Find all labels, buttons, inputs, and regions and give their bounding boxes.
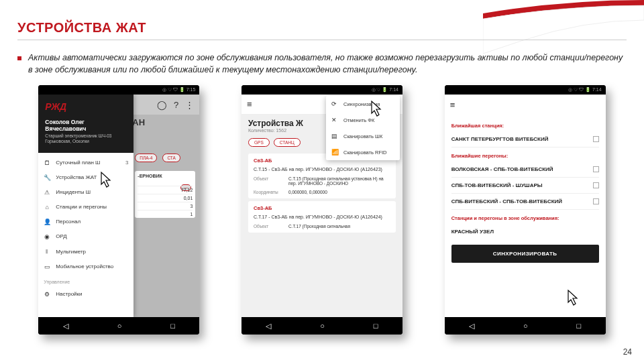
- user-name: Соколов Олег Вячеславович: [45, 119, 127, 132]
- user-role: Старший электромеханик ШЧ-03 Горьковская…: [45, 133, 127, 145]
- android-navbar: ◁○□: [241, 317, 402, 335]
- menu-item[interactable]: ✕Отменить ФК: [326, 112, 400, 128]
- drawer-item-label: Персонал: [56, 219, 80, 225]
- page-description: Активы автоматически загружаются по зоне…: [28, 52, 627, 76]
- android-navbar: ◁○□: [445, 317, 606, 335]
- menu-icon: 👤: [44, 219, 50, 225]
- drawer-item-label: Мультиметр: [56, 249, 86, 255]
- drawer-item-label: Инциденты Ш: [56, 189, 91, 195]
- filter-chip-gps[interactable]: GPS: [248, 138, 270, 147]
- filter-chip[interactable]: ПЛА-4: [135, 154, 157, 162]
- drawer-item[interactable]: 🔧Устройства ЖАТ: [38, 170, 133, 185]
- hamburger-icon[interactable]: ≡: [247, 99, 252, 109]
- menu-icon: ◉: [44, 233, 50, 240]
- phone-mockup-sync-menu: ◎ ♡ 🔋 7:14 ≡ Устройства Ж Количество: 15…: [241, 85, 402, 335]
- overflow-menu: ⟳Синхронизация✕Отменить ФК▤Сканировать Ш…: [326, 96, 400, 160]
- drawer-item[interactable]: ⌂Станции и перегоны: [38, 200, 133, 215]
- drawer-item-label: Устройства ЖАТ: [56, 174, 97, 180]
- station-item[interactable]: ВОЛКОВСКАЯ - СПБ-ТОВ-ВИТЕБСКИЙ: [451, 162, 599, 178]
- menu-icon: ✕: [331, 117, 338, 123]
- section-label: Ближайшая станция:: [451, 123, 599, 129]
- app-toolbar: ≡: [445, 95, 606, 115]
- menu-icon: ⟳: [331, 101, 338, 107]
- bullet-icon: [17, 56, 21, 60]
- cursor-icon: [564, 289, 582, 309]
- menu-item[interactable]: ▤Сканировать ШК: [326, 128, 400, 144]
- drawer-item[interactable]: 🗒Суточный план Ш3: [38, 156, 133, 170]
- task-card: -ЕРНОВИК — 77,12 0,01 3 1: [135, 171, 195, 218]
- brand-logo: РЖД: [45, 101, 127, 112]
- drawer-item[interactable]: ▭Мобильное устройство: [38, 259, 133, 274]
- drawer-item-label: Настройки: [56, 291, 82, 297]
- filter-chip-station[interactable]: СТАНЦ: [274, 138, 301, 147]
- drawer-item-settings[interactable]: ⚙ Настройки: [38, 287, 133, 302]
- drawer-item[interactable]: ⦀Мультиметр: [38, 244, 133, 259]
- drawer-item-label: Суточный план Ш: [56, 160, 100, 166]
- menu-icon: ▭: [44, 263, 50, 270]
- station-item[interactable]: САНКТ ПЕТЕРБУРГТОВ ВИТЕБСКИЙ: [451, 131, 599, 147]
- menu-icon: 🗒: [44, 160, 50, 166]
- asset-card[interactable]: Св3-АБ С.Т.15 - Св3-АБ на пер. ИГУМНОВО …: [248, 154, 396, 198]
- screen-title-fragment: АН: [132, 117, 145, 127]
- drawer-item[interactable]: 👤Персонал: [38, 215, 133, 229]
- station-item[interactable]: КРАСНЫЙ УЗЕЛ: [451, 224, 599, 239]
- menu-icon: 🔧: [44, 174, 50, 181]
- section-label: Ближайшие перегоны:: [451, 153, 599, 159]
- drawer-item-label: ОРД: [56, 233, 66, 239]
- status-bar: ◎ ♡ 🛡 🔋 7:14: [445, 85, 606, 95]
- status-bar: ◎ ♡ 🛡 🔋 7:15: [38, 85, 199, 95]
- phone-mockup-drawer: ◎ ♡ 🛡 🔋 7:15 ◯?⋮ АН ПЛА-4 СТА -ЕРНОВИК —…: [38, 85, 199, 335]
- asset-card[interactable]: Св3-АБ С.Т.17 - Св3-АБ на пер. ИГУМНОВО …: [248, 201, 396, 233]
- menu-icon: ⚠: [44, 189, 50, 196]
- menu-item[interactable]: 📶Сканировать RFID: [326, 144, 400, 160]
- checkbox[interactable]: [593, 166, 599, 172]
- menu-icon: ⌂: [44, 204, 50, 210]
- checkbox[interactable]: [593, 182, 599, 188]
- checkbox[interactable]: [593, 136, 599, 142]
- sync-button[interactable]: СИНХРОНИЗИРОВАТЬ: [451, 245, 599, 263]
- station-item[interactable]: СПБ-ВИТЕБСКИЙ - СПБ-ТОВ-ВИТЕБСКИЙ: [451, 194, 599, 210]
- section-label: Станции и перегоны в зоне обслуживания:: [451, 215, 599, 221]
- menu-item[interactable]: ⟳Синхронизация: [326, 96, 400, 112]
- checkbox[interactable]: [593, 198, 599, 204]
- android-navbar: ◁○□: [38, 317, 199, 335]
- menu-icon: ▤: [331, 133, 338, 139]
- nav-drawer: РЖД Соколов Олег Вячеславович Старший эл…: [38, 95, 133, 317]
- page-number: 24: [623, 347, 632, 357]
- drawer-item-label: Мобильное устройство: [56, 263, 113, 269]
- status-bar: ◎ ♡ 🔋 7:14: [241, 85, 402, 95]
- phone-mockup-station-select: ◎ ♡ 🛡 🔋 7:14 ≡ Ближайшая станция: САНКТ …: [445, 85, 606, 335]
- drawer-item-label: Станции и перегоны: [56, 204, 107, 210]
- drawer-item[interactable]: ◉ОРД: [38, 229, 133, 244]
- hamburger-icon[interactable]: ≡: [450, 100, 455, 110]
- header-divider: [17, 40, 627, 40]
- station-item[interactable]: СПБ-ТОВ-ВИТЕБСКИЙ - ШУШАРЫ: [451, 178, 599, 194]
- gear-icon: ⚙: [44, 291, 50, 298]
- page-title: УСТРОЙСТВА ЖАТ: [17, 20, 627, 36]
- menu-icon: 📶: [331, 149, 338, 156]
- menu-icon: ⦀: [44, 248, 50, 255]
- filter-chip[interactable]: СТА: [162, 154, 180, 162]
- drawer-item[interactable]: ⚠Инциденты Ш: [38, 185, 133, 200]
- drawer-section-label: Управление: [38, 277, 133, 287]
